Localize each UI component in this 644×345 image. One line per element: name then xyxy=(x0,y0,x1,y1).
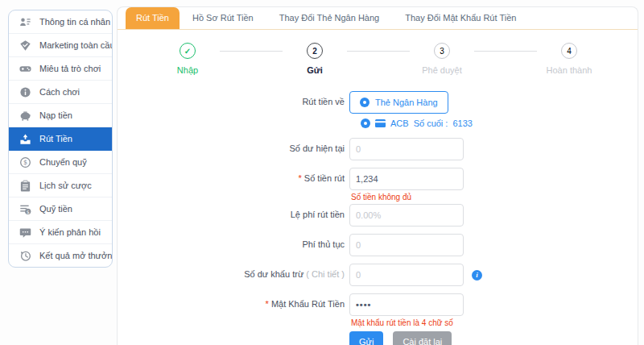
gamepad-icon xyxy=(19,63,31,75)
withdraw-money-icon xyxy=(19,133,31,145)
svg-text:$: $ xyxy=(23,159,27,166)
step-connector xyxy=(347,51,410,52)
sidebar-item-how-to-play[interactable]: Cách chơi xyxy=(9,81,112,104)
feedback-bubble-icon xyxy=(19,227,31,239)
funds-list-icon: $ xyxy=(19,203,31,215)
svg-text:$: $ xyxy=(27,209,30,214)
bank-suffix-label: Số cuối : xyxy=(414,118,448,128)
sidebar-item-deposit[interactable]: Nạp tiền xyxy=(9,104,112,127)
withdraw-to-label: Rút tiền về xyxy=(118,91,345,112)
tab-change-bank-card[interactable]: Thay Đổi Thẻ Ngân Hàng xyxy=(266,7,393,29)
step-label: Phê duyệt xyxy=(422,65,462,75)
reset-button[interactable]: Cài đặt lại xyxy=(393,331,452,345)
step-label: Gửi xyxy=(307,65,323,75)
tab-withdraw[interactable]: Rút Tiền xyxy=(126,7,180,29)
amount-error-message: Số tiền không đủ xyxy=(351,193,411,202)
withdraw-amount-label: *Số tiền rút xyxy=(118,168,345,189)
detail-link[interactable]: ( Chi tiết ) xyxy=(306,269,345,279)
tab-bar: Rút Tiền Hồ Sơ Rút Tiền Thay Đổi Thẻ Ngâ… xyxy=(118,7,638,30)
info-circle-icon xyxy=(19,86,31,98)
step-enter: ✓ Nhập xyxy=(155,43,220,75)
sidebar-item-funds[interactable]: $ Quỹ tiền xyxy=(9,197,112,221)
main-panel: Rút Tiền Hồ Sơ Rút Tiền Thay Đổi Thẻ Ngâ… xyxy=(117,6,638,345)
bank-name: ACB xyxy=(390,118,409,128)
bank-card-option-label: Thẻ Ngân Hàng xyxy=(375,98,438,107)
current-balance-label: Số dư hiện tại xyxy=(118,138,345,159)
medal-icon xyxy=(19,39,31,52)
sidebar-item-label: Nạp tiền xyxy=(39,110,72,120)
progress-steps: ✓ Nhập 2 Gửi 3 Phê duyệt 4 Hoàn thành xyxy=(155,43,601,75)
submit-button[interactable]: Gửi xyxy=(349,331,383,345)
sidebar-item-transfer-funds[interactable]: $ Chuyển quỹ xyxy=(9,151,112,174)
step-number: 2 xyxy=(307,43,323,59)
deduction-balance-input[interactable] xyxy=(349,264,464,286)
radio-checked-icon xyxy=(361,118,370,128)
sidebar: Thông tin cá nhân Marketing toàn cầu Miê… xyxy=(8,10,113,268)
sidebar-item-label: Chuyển quỹ xyxy=(39,157,87,167)
withdraw-amount-input[interactable] xyxy=(349,168,464,190)
sidebar-item-game-description[interactable]: Miêu tả trò chơi xyxy=(9,57,112,81)
withdraw-form: Rút tiền về Thẻ Ngân Hàng ACB Số cuối : … xyxy=(118,91,638,345)
sidebar-item-label: Ý kiến phản hồi xyxy=(39,227,101,237)
deduction-balance-label: Số dư khấu trừ ( Chi tiết ) xyxy=(118,264,345,285)
sidebar-item-label: Miêu tả trò chơi xyxy=(39,64,101,73)
clipboard-icon xyxy=(19,180,31,192)
radio-checked-icon xyxy=(360,98,369,107)
sidebar-item-bet-history[interactable]: Lịch sử cược xyxy=(9,174,112,197)
sidebar-item-label: Thông tin cá nhân xyxy=(39,17,110,27)
withdraw-password-label: *Mật Khẩu Rút Tiền xyxy=(118,293,345,314)
withdraw-fee-input[interactable] xyxy=(349,204,464,227)
sidebar-item-label: Rút Tiền xyxy=(39,134,72,143)
withdraw-password-input[interactable] xyxy=(349,293,464,316)
withdraw-fee-label: Lệ phí rút tiền xyxy=(118,204,345,225)
sidebar-item-feedback[interactable]: Ý kiến phản hồi xyxy=(9,221,112,244)
step-label: Nhập xyxy=(177,65,198,75)
sidebar-item-label: Marketing toàn cầu xyxy=(39,40,113,50)
sidebar-item-marketing[interactable]: Marketing toàn cầu xyxy=(9,34,112,57)
piggy-bank-icon xyxy=(19,110,31,122)
bank-card-icon xyxy=(375,119,386,127)
history-clock-icon xyxy=(19,250,31,262)
tab-withdraw-records[interactable]: Hồ Sơ Rút Tiền xyxy=(180,7,266,29)
step-connector xyxy=(474,51,537,52)
step-number: 3 xyxy=(434,43,450,59)
password-hint-message: Mật khẩu rút tiền là 4 chữ số xyxy=(351,318,453,328)
tab-change-withdraw-password[interactable]: Thay Đổi Mật Khẩu Rút Tiền xyxy=(392,7,529,29)
bank-card-last-digits: 6133 xyxy=(452,118,472,128)
dollar-coin-icon: $ xyxy=(19,156,31,168)
step-send: 2 Gửi xyxy=(283,43,347,75)
selected-bank-row[interactable]: ACB Số cuối : 6133 xyxy=(361,117,638,130)
sidebar-item-withdraw[interactable]: Rút Tiền xyxy=(9,127,112,151)
step-label: Hoàn thành xyxy=(547,65,592,75)
step-check-icon: ✓ xyxy=(180,43,196,59)
sidebar-item-label: Lịch sử cược xyxy=(39,181,92,190)
current-balance-input[interactable] xyxy=(349,138,464,160)
required-marker: * xyxy=(266,299,269,309)
sidebar-item-label: Quỹ tiền xyxy=(39,204,72,214)
id-card-icon xyxy=(19,16,31,28)
sidebar-item-label: Kết quả mở thưởng xyxy=(39,251,113,260)
procedure-fee-input[interactable] xyxy=(349,234,464,256)
step-connector xyxy=(220,51,283,52)
info-icon[interactable]: i xyxy=(472,270,482,281)
sidebar-item-label: Cách chơi xyxy=(39,87,80,97)
bank-card-option-button[interactable]: Thẻ Ngân Hàng xyxy=(349,91,448,114)
step-number: 4 xyxy=(561,43,577,59)
procedure-fee-label: Phí thủ tục xyxy=(118,234,345,255)
sidebar-item-lottery-results[interactable]: Kết quả mở thưởng xyxy=(9,244,112,267)
step-complete: 4 Hoàn thành xyxy=(537,43,601,75)
required-marker: * xyxy=(299,173,302,183)
form-actions: Gửi Cài đặt lại xyxy=(349,331,638,345)
step-approve: 3 Phê duyệt xyxy=(410,43,474,75)
sidebar-item-profile[interactable]: Thông tin cá nhân xyxy=(9,10,112,34)
